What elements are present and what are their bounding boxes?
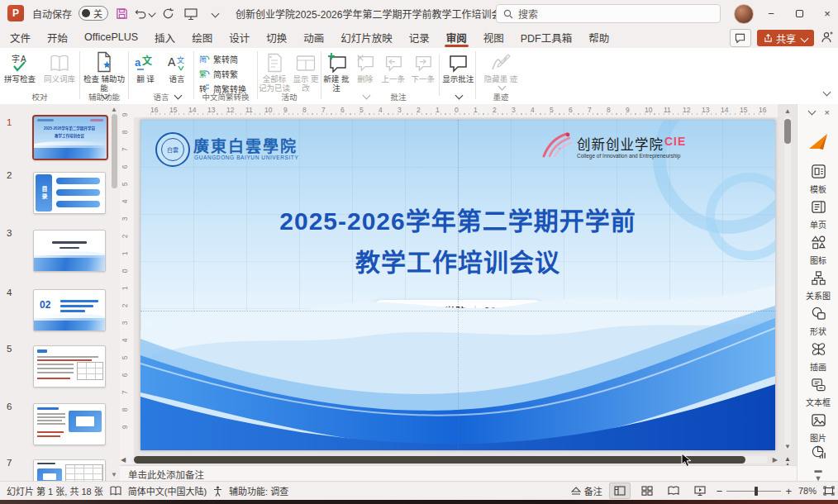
ribbon-tab-9[interactable]: 记录 bbox=[401, 26, 438, 48]
ribbon-tab-0[interactable]: 文件 bbox=[2, 26, 39, 48]
fit-to-window-icon[interactable] bbox=[823, 486, 835, 496]
next-comment-button[interactable]: 下一条 bbox=[409, 51, 437, 83]
undo-button[interactable] bbox=[135, 3, 155, 23]
panel-item-charts[interactable] bbox=[798, 445, 838, 464]
spellcheck-book-icon[interactable] bbox=[110, 486, 121, 496]
previous-comment-button[interactable]: 上一条 bbox=[379, 51, 407, 83]
zoom-out-button[interactable]: − bbox=[717, 485, 723, 497]
slide-thumbnail-6[interactable] bbox=[33, 403, 106, 445]
spell-check-button[interactable]: 字A 拼写检查 bbox=[1, 51, 39, 83]
notes-pane[interactable]: 单击此处添加备注 bbox=[120, 465, 805, 482]
ribbon-tab-13[interactable]: 帮助 bbox=[580, 26, 617, 48]
panel-item-textbox[interactable]: 文本框 bbox=[798, 377, 838, 408]
ribbon-tab-8[interactable]: 幻灯片放映 bbox=[332, 26, 401, 48]
simp-to-trad-button[interactable]: 繁 简转繁 bbox=[194, 67, 257, 80]
scroll-left-icon[interactable]: ◀ bbox=[121, 456, 126, 464]
trad-to-simp-button[interactable]: 简 繁转简 bbox=[194, 52, 257, 65]
maximize-button[interactable] bbox=[785, 0, 813, 26]
autosave-toggle[interactable]: 关 bbox=[79, 6, 108, 21]
svg-text:字: 字 bbox=[12, 54, 20, 64]
thumb-scroll-down-icon[interactable]: ▼ bbox=[111, 471, 117, 478]
slide-sorter-view-button[interactable] bbox=[637, 483, 657, 498]
zoom-track[interactable] bbox=[726, 491, 781, 492]
quick-access-dropdown[interactable] bbox=[204, 3, 224, 23]
reading-view-button[interactable] bbox=[664, 483, 683, 498]
panel-item-icons[interactable]: 图标 bbox=[798, 235, 838, 266]
start-presentation-button[interactable] bbox=[181, 3, 201, 23]
slide-thumbnail-panel: ▲ ▼ 1 2025-2026学年第二学期开学前 教学工作培训会议 2 目录 3 bbox=[0, 104, 120, 481]
panel-more-button[interactable]: ▬▼ bbox=[798, 466, 838, 483]
scroll-down-icon[interactable]: ▼ bbox=[783, 443, 792, 450]
h-ruler-mark: 2 bbox=[493, 106, 497, 114]
panel-item-illustration[interactable]: 插画 bbox=[798, 341, 838, 373]
vertical-scrollbar[interactable]: ▲ ▼ ▲▲ ▼▼ bbox=[782, 106, 793, 461]
slide-sorter-icon bbox=[641, 486, 653, 496]
translate-button[interactable]: a文 翻 译 bbox=[131, 51, 160, 83]
copresence-button[interactable] bbox=[820, 31, 833, 45]
panel-item-shapes[interactable]: 形状 bbox=[798, 306, 838, 337]
ribbon-tab-11[interactable]: 视图 bbox=[475, 26, 512, 48]
redo-button[interactable] bbox=[158, 3, 178, 23]
ribbon-tab-12[interactable]: PDF工具箱 bbox=[512, 26, 581, 48]
slide-thumbnail-7[interactable] bbox=[33, 459, 106, 481]
slide-canvas[interactable]: 白雲 廣東白雲學院 GUANGDONG BAIYUN UNIVERSITY 创新… bbox=[140, 120, 775, 450]
thesaurus-button[interactable]: 同义词库 bbox=[40, 51, 79, 83]
vscroll-track[interactable] bbox=[784, 116, 791, 449]
thumb-scrollbar[interactable] bbox=[112, 114, 117, 188]
panel-item-pictures[interactable]: 图片 bbox=[798, 412, 838, 444]
mark-all-read-button[interactable]: 全部标 记为已读 bbox=[259, 51, 290, 93]
share-button[interactable]: 共享 bbox=[757, 30, 814, 46]
hide-ink-icon bbox=[490, 53, 512, 73]
hscroll-thumb[interactable] bbox=[134, 456, 745, 464]
zoom-percentage[interactable]: 78% bbox=[798, 486, 817, 496]
thumb-scroll-up-icon[interactable]: ▲ bbox=[111, 106, 117, 113]
slideshow-view-button[interactable] bbox=[690, 483, 710, 498]
horizontal-scrollbar[interactable]: ◀ ▶ bbox=[121, 454, 778, 465]
thumb-text-line bbox=[37, 356, 98, 358]
ribbon-tab-6[interactable]: 切换 bbox=[258, 26, 295, 48]
save-icon bbox=[116, 7, 128, 20]
new-comment-button[interactable]: 新建 批注 bbox=[321, 51, 351, 93]
panel-item-diagram[interactable]: 关系图 bbox=[798, 270, 838, 302]
normal-view-button[interactable] bbox=[609, 483, 631, 499]
ribbon-tab-4[interactable]: 绘图 bbox=[183, 26, 221, 48]
panel-close-button[interactable]: × bbox=[824, 107, 829, 117]
close-button[interactable]: × bbox=[813, 0, 838, 26]
ribbon-tab-10[interactable]: 审阅 bbox=[438, 26, 475, 48]
panel-item-templates[interactable]: 模板 bbox=[798, 164, 838, 195]
zoom-slider[interactable]: − + bbox=[717, 485, 792, 497]
ribbon-tab-2[interactable]: OfficePLUS bbox=[76, 26, 146, 48]
ribbon-tab-7[interactable]: 动画 bbox=[295, 26, 332, 48]
slide-thumbnail-2[interactable]: 目录 bbox=[33, 172, 106, 214]
slide-thumbnail-4[interactable]: 02 bbox=[33, 289, 106, 331]
ribbon-tab-1[interactable]: 开始 bbox=[39, 26, 76, 48]
ribbon-tab-3[interactable]: 插入 bbox=[146, 26, 183, 48]
thumb-screenshot bbox=[69, 411, 102, 432]
panel-item-single-page[interactable]: 单页 bbox=[798, 199, 838, 231]
zoom-handle[interactable] bbox=[755, 487, 758, 496]
minimize-button[interactable]: − bbox=[757, 0, 785, 26]
h-ruler-mark: 15 bbox=[169, 106, 177, 114]
show-changes-button[interactable]: 显示 更改 bbox=[292, 51, 320, 93]
ribbon-tab-5[interactable]: 设计 bbox=[221, 26, 258, 48]
h-ruler-mark: 13 bbox=[702, 106, 709, 114]
slide-number: 1 bbox=[7, 117, 21, 127]
search-box[interactable]: 搜索 bbox=[496, 4, 721, 23]
slide-thumbnail-3[interactable] bbox=[33, 230, 106, 272]
slide-thumbnail-5[interactable] bbox=[33, 345, 106, 388]
hide-ink-button[interactable]: 隐藏墨 迹 bbox=[483, 51, 519, 89]
account-avatar[interactable] bbox=[734, 4, 754, 24]
save-button[interactable] bbox=[112, 3, 131, 23]
accessibility-status[interactable]: 辅助功能: 调查 bbox=[229, 484, 288, 497]
comments-button[interactable] bbox=[730, 29, 751, 47]
zoom-in-button[interactable]: + bbox=[785, 485, 792, 497]
notes-toggle-button[interactable]: 备注 bbox=[571, 484, 602, 497]
scroll-up-icon[interactable]: ▲ bbox=[783, 107, 792, 115]
vscroll-thumb[interactable] bbox=[784, 119, 791, 144]
scroll-right-icon[interactable]: ▶ bbox=[773, 456, 778, 464]
panel-collapse-button[interactable] bbox=[807, 107, 815, 117]
h-ruler-mark: 14 bbox=[721, 106, 728, 114]
slide-thumbnail-1[interactable]: 2025-2026学年第二学期开学前 教学工作培训会议 bbox=[32, 115, 108, 160]
collapse-ribbon-button[interactable] bbox=[821, 88, 830, 99]
language-status[interactable]: 简体中文(中国大陆) bbox=[128, 484, 207, 497]
